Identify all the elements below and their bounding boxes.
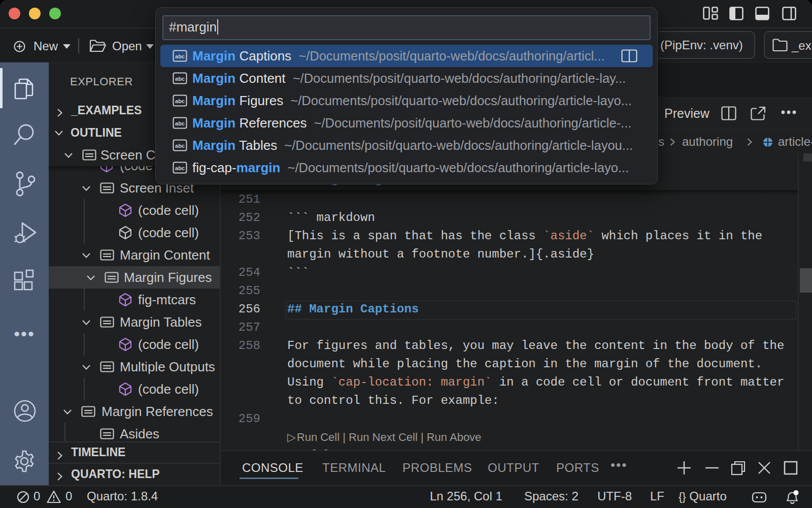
svg-text:abc: abc bbox=[175, 76, 185, 82]
svg-text:abc: abc bbox=[175, 165, 185, 171]
svg-text:abc: abc bbox=[175, 143, 185, 149]
svg-text:abc: abc bbox=[175, 53, 185, 59]
svg-text:abc: abc bbox=[175, 120, 185, 126]
svg-text:abc: abc bbox=[175, 98, 185, 104]
